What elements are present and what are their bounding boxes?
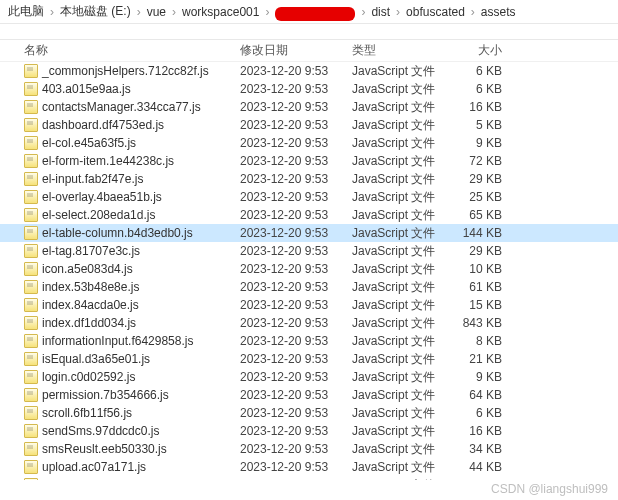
- breadcrumb-sep: ›: [265, 5, 269, 19]
- file-name-cell: el-tag.81707e3c.js: [24, 244, 240, 258]
- file-name-text: permission.7b354666.js: [42, 388, 169, 402]
- header-name[interactable]: 名称: [24, 42, 240, 59]
- file-type: JavaScript 文件: [352, 423, 442, 440]
- js-file-icon: [24, 406, 38, 420]
- file-size: 115 KB: [442, 478, 502, 480]
- column-headers[interactable]: 名称 修改日期 类型 大小: [0, 40, 618, 62]
- table-row[interactable]: dashboard.df4753ed.js2023-12-20 9:53Java…: [0, 116, 618, 134]
- file-type: JavaScript 文件: [352, 477, 442, 481]
- file-type: JavaScript 文件: [352, 441, 442, 458]
- breadcrumb-sep: ›: [396, 5, 400, 19]
- js-file-icon: [24, 442, 38, 456]
- file-name-cell: contactsManager.334cca77.js: [24, 100, 240, 114]
- file-name-text: el-form-item.1e44238c.js: [42, 154, 174, 168]
- file-date: 2023-12-20 9:53: [240, 298, 352, 312]
- table-row[interactable]: isEqual.d3a65e01.js2023-12-20 9:53JavaSc…: [0, 350, 618, 368]
- file-size: 16 KB: [442, 424, 502, 438]
- file-name-text: el-overlay.4baea51b.js: [42, 190, 162, 204]
- js-file-icon: [24, 244, 38, 258]
- file-date: 2023-12-20 9:53: [240, 154, 352, 168]
- table-row[interactable]: index.df1dd034.js2023-12-20 9:53JavaScri…: [0, 314, 618, 332]
- file-size: 5 KB: [442, 118, 502, 132]
- table-row[interactable]: 403.a015e9aa.js2023-12-20 9:53JavaScript…: [0, 80, 618, 98]
- file-name-cell: el-overlay.4baea51b.js: [24, 190, 240, 204]
- breadcrumb-sep: ›: [137, 5, 141, 19]
- breadcrumb-item[interactable]: 本地磁盘 (E:): [60, 3, 131, 20]
- file-name-cell: 403.a015e9aa.js: [24, 82, 240, 96]
- js-file-icon: [24, 136, 38, 150]
- table-row[interactable]: informationInput.f6429858.js2023-12-20 9…: [0, 332, 618, 350]
- breadcrumb-item[interactable]: vue: [147, 5, 166, 19]
- file-size: 6 KB: [442, 64, 502, 78]
- file-type: JavaScript 文件: [352, 81, 442, 98]
- js-file-icon: [24, 64, 38, 78]
- file-size: 6 KB: [442, 406, 502, 420]
- file-name-cell: icon.a5e083d4.js: [24, 262, 240, 276]
- breadcrumb-item[interactable]: assets: [481, 5, 516, 19]
- file-type: JavaScript 文件: [352, 351, 442, 368]
- file-name-text: sendSms.97ddcdc0.js: [42, 424, 159, 438]
- file-date: 2023-12-20 9:53: [240, 226, 352, 240]
- file-name-cell: sendSms.97ddcdc0.js: [24, 424, 240, 438]
- file-list[interactable]: _commonjsHelpers.712cc82f.js2023-12-20 9…: [0, 62, 618, 480]
- file-size: 144 KB: [442, 226, 502, 240]
- header-type[interactable]: 类型: [352, 42, 442, 59]
- file-type: JavaScript 文件: [352, 315, 442, 332]
- breadcrumb-sep: ›: [471, 5, 475, 19]
- table-row[interactable]: upload.ac07a171.js2023-12-20 9:53JavaScr…: [0, 458, 618, 476]
- breadcrumb-item-redacted[interactable]: [275, 7, 355, 21]
- js-file-icon: [24, 478, 38, 480]
- table-row[interactable]: el-input.fab2f47e.js2023-12-20 9:53JavaS…: [0, 170, 618, 188]
- table-row[interactable]: icon.a5e083d4.js2023-12-20 9:53JavaScrip…: [0, 260, 618, 278]
- js-file-icon: [24, 334, 38, 348]
- table-row[interactable]: el-select.208eda1d.js2023-12-20 9:53Java…: [0, 206, 618, 224]
- file-name-cell: _commonjsHelpers.712cc82f.js: [24, 64, 240, 78]
- table-row[interactable]: el-tag.81707e3c.js2023-12-20 9:53JavaScr…: [0, 242, 618, 260]
- js-file-icon: [24, 280, 38, 294]
- file-size: 44 KB: [442, 460, 502, 474]
- file-name-cell: scroll.6fb11f56.js: [24, 406, 240, 420]
- table-row[interactable]: scroll.6fb11f56.js2023-12-20 9:53JavaScr…: [0, 404, 618, 422]
- breadcrumb-item[interactable]: dist: [371, 5, 390, 19]
- js-file-icon: [24, 154, 38, 168]
- file-type: JavaScript 文件: [352, 297, 442, 314]
- table-row[interactable]: index.53b48e8e.js2023-12-20 9:53JavaScri…: [0, 278, 618, 296]
- header-size[interactable]: 大小: [442, 42, 502, 59]
- file-date: 2023-12-20 9:53: [240, 82, 352, 96]
- table-row[interactable]: index.84acda0e.js2023-12-20 9:53JavaScri…: [0, 296, 618, 314]
- js-file-icon: [24, 424, 38, 438]
- table-row[interactable]: contactsManager.334cca77.js2023-12-20 9:…: [0, 98, 618, 116]
- table-row[interactable]: smsReuslt.eeb50330.js2023-12-20 9:53Java…: [0, 440, 618, 458]
- file-name-text: el-col.e45a63f5.js: [42, 136, 136, 150]
- file-date: 2023-12-20 9:53: [240, 118, 352, 132]
- file-size: 15 KB: [442, 298, 502, 312]
- file-size: 8 KB: [442, 334, 502, 348]
- table-row[interactable]: sendSms.97ddcdc0.js2023-12-20 9:53JavaSc…: [0, 422, 618, 440]
- file-name-text: informationInput.f6429858.js: [42, 334, 193, 348]
- header-date[interactable]: 修改日期: [240, 42, 352, 59]
- table-row[interactable]: el-form-item.1e44238c.js2023-12-20 9:53J…: [0, 152, 618, 170]
- table-row[interactable]: el-col.e45a63f5.js2023-12-20 9:53JavaScr…: [0, 134, 618, 152]
- file-name-text: el-select.208eda1d.js: [42, 208, 155, 222]
- breadcrumb-item[interactable]: 此电脑: [8, 3, 44, 20]
- breadcrumb[interactable]: 此电脑›本地磁盘 (E:)›vue›workspace001››dist›obf…: [0, 0, 618, 24]
- table-row[interactable]: user.807fc29e.js2023-12-20 9:53JavaScrip…: [0, 476, 618, 480]
- table-row[interactable]: permission.7b354666.js2023-12-20 9:53Jav…: [0, 386, 618, 404]
- file-date: 2023-12-20 9:53: [240, 280, 352, 294]
- file-type: JavaScript 文件: [352, 207, 442, 224]
- table-row[interactable]: _commonjsHelpers.712cc82f.js2023-12-20 9…: [0, 62, 618, 80]
- js-file-icon: [24, 82, 38, 96]
- file-name-cell: index.53b48e8e.js: [24, 280, 240, 294]
- js-file-icon: [24, 370, 38, 384]
- table-row[interactable]: el-table-column.b4d3edb0.js2023-12-20 9:…: [0, 224, 618, 242]
- breadcrumb-item[interactable]: workspace001: [182, 5, 259, 19]
- breadcrumb-item[interactable]: obfuscated: [406, 5, 465, 19]
- file-type: JavaScript 文件: [352, 117, 442, 134]
- file-name-cell: el-input.fab2f47e.js: [24, 172, 240, 186]
- table-row[interactable]: el-overlay.4baea51b.js2023-12-20 9:53Jav…: [0, 188, 618, 206]
- table-row[interactable]: login.c0d02592.js2023-12-20 9:53JavaScri…: [0, 368, 618, 386]
- file-size: 21 KB: [442, 352, 502, 366]
- js-file-icon: [24, 208, 38, 222]
- file-name-cell: el-col.e45a63f5.js: [24, 136, 240, 150]
- file-date: 2023-12-20 9:53: [240, 190, 352, 204]
